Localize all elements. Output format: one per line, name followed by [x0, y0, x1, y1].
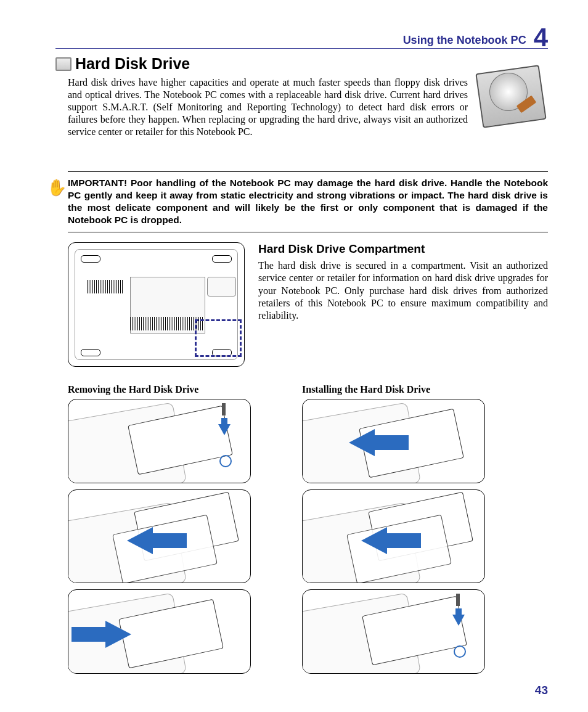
hdd-photo-illustration — [474, 64, 548, 129]
compartment-heading: Hard Disk Drive Compartment — [258, 242, 548, 256]
hdd-compartment-highlight — [195, 319, 242, 357]
installing-procedure: Installing the Hard Disk Drive — [302, 384, 487, 680]
arrow-left-icon — [127, 527, 153, 554]
important-text: IMPORTANT! Poor handling of the Notebook… — [68, 177, 548, 227]
removing-heading: Removing the Hard Disk Drive — [68, 384, 253, 395]
install-step-3 — [302, 589, 485, 674]
page-header: Using the Notebook PC 4 — [55, 25, 548, 49]
remove-step-2 — [68, 489, 251, 583]
arrow-down-icon — [452, 615, 465, 626]
remove-step-1 — [68, 399, 251, 483]
page-number: 43 — [535, 684, 548, 697]
chapter-title: Using the Notebook PC — [403, 34, 526, 47]
arrow-down-icon — [218, 424, 231, 435]
important-callout: ✋ IMPORTANT! Poor handling of the Notebo… — [68, 171, 548, 232]
chapter-number: 4 — [534, 27, 548, 48]
arrow-left-icon — [349, 429, 375, 456]
arrow-left-icon — [361, 527, 387, 554]
installing-heading: Installing the Hard Disk Drive — [302, 384, 487, 395]
hand-stop-icon: ✋ — [47, 178, 67, 197]
arrow-right-icon — [105, 621, 131, 648]
section-title: Hard Disk Drive — [75, 55, 190, 73]
screw-marker-icon — [219, 455, 232, 467]
compartment-paragraph: The hard disk drive is secured in a comp… — [258, 260, 548, 322]
install-step-2 — [302, 489, 485, 583]
remove-step-3 — [68, 589, 251, 674]
install-step-1 — [302, 399, 485, 483]
removing-procedure: Removing the Hard Disk Drive — [68, 384, 253, 680]
screw-marker-icon — [454, 645, 466, 658]
hdd-icon — [55, 57, 71, 71]
laptop-bottom-diagram — [68, 242, 245, 367]
